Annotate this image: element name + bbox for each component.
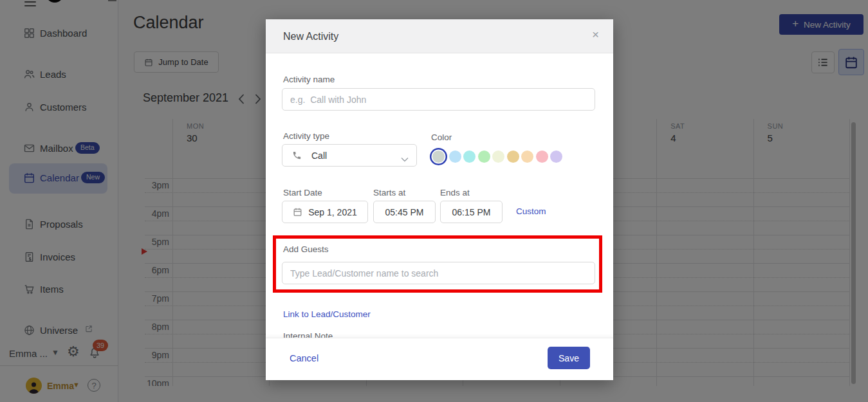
color-swatch-8[interactable] [536,151,548,163]
starts-at-label: Starts at [373,188,405,197]
new-activity-modal: New Activity × Activity name Activity ty… [266,19,613,380]
ends-at-label: Ends at [440,188,470,197]
ends-at-field[interactable]: 06:15 PM [440,201,503,223]
color-swatch-2[interactable] [449,151,461,163]
starts-at-value: 05:45 PM [385,207,424,217]
activity-name-input[interactable] [282,88,595,111]
color-swatch-6[interactable] [507,151,519,163]
chevron-down-icon [401,153,409,158]
color-swatch-row [430,151,562,163]
link-to-lead-customer-link[interactable]: Link to Lead/Customer [283,309,371,319]
modal-footer: Cancel Save [266,338,613,380]
color-swatch-5[interactable] [492,151,504,163]
color-label: Color [431,132,452,142]
modal-header: New Activity × [266,19,613,53]
ends-at-value: 06:15 PM [452,207,491,217]
start-date-value: Sep 1, 2021 [308,207,357,217]
activity-name-label: Activity name [283,75,335,84]
activity-type-value: Call [311,151,327,161]
custom-time-link[interactable]: Custom [516,206,546,216]
start-date-field[interactable]: Sep 1, 2021 [282,201,368,223]
color-swatch-9[interactable] [550,151,562,163]
color-swatch-4[interactable] [478,151,490,163]
close-icon[interactable]: × [592,28,599,42]
add-guests-input[interactable] [282,262,595,284]
save-button[interactable]: Save [548,347,590,369]
add-guests-label: Add Guests [283,244,329,254]
color-swatch-1[interactable] [432,151,445,163]
app-window: DashboardLeadsCustomersMailboxBetaCalend… [0,0,868,402]
color-swatch-3[interactable] [463,151,476,163]
calendar-icon [293,207,302,217]
activity-type-label: Activity type [283,131,329,141]
modal-title: New Activity [283,19,338,53]
activity-type-select[interactable]: Call [282,144,417,167]
cancel-button[interactable]: Cancel [290,353,319,363]
phone-icon [292,151,302,160]
start-date-label: Start Date [283,188,322,197]
starts-at-field[interactable]: 05:45 PM [373,201,436,223]
color-swatch-7[interactable] [521,151,533,163]
